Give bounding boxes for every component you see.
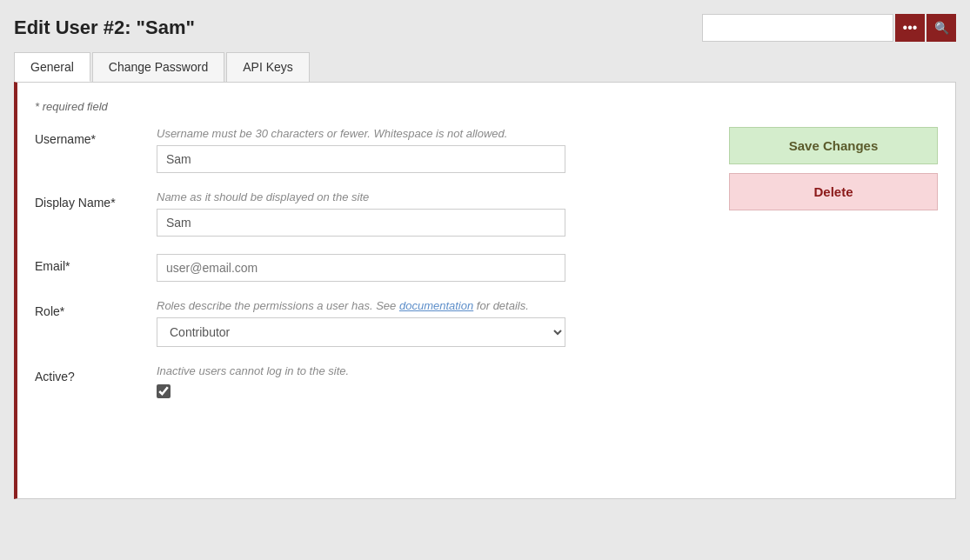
username-hint: Username must be 30 characters or fewer.… <box>157 127 712 140</box>
active-field-area: Inactive users cannot log in to the site… <box>157 364 712 398</box>
search-area: ••• 🔍 <box>702 14 956 42</box>
display-name-field-area: Name as it should be displayed on the si… <box>157 190 712 237</box>
search-icon: 🔍 <box>934 21 949 35</box>
top-bar: Edit User #2: "Sam" ••• 🔍 <box>14 14 956 42</box>
page-title: Edit User #2: "Sam" <box>14 17 195 39</box>
tab-change-password[interactable]: Change Password <box>92 52 224 82</box>
username-row: Username* Username must be 30 characters… <box>35 127 712 173</box>
active-label: Active? <box>35 364 157 383</box>
search-dots-button[interactable]: ••• <box>895 14 925 42</box>
email-field-area <box>157 254 712 282</box>
role-label: Role* <box>35 299 157 318</box>
form-layout: Username* Username must be 30 characters… <box>35 127 938 416</box>
tab-general[interactable]: General <box>14 52 90 82</box>
display-name-label: Display Name* <box>35 190 157 210</box>
email-input[interactable] <box>157 254 565 282</box>
display-name-row: Display Name* Name as it should be displ… <box>35 190 712 237</box>
email-row: Email* <box>35 254 712 282</box>
tab-api-keys[interactable]: API Keys <box>226 52 310 82</box>
username-label: Username* <box>35 127 157 146</box>
form-sidebar: Save Changes Delete <box>729 127 938 416</box>
active-row: Active? Inactive users cannot log in to … <box>35 364 712 398</box>
dots-icon: ••• <box>903 20 918 36</box>
display-name-input[interactable] <box>157 209 565 237</box>
documentation-link[interactable]: documentation <box>399 299 473 312</box>
display-name-hint: Name as it should be displayed on the si… <box>157 190 712 203</box>
role-select[interactable]: Contributor Administrator Editor Author … <box>157 317 565 347</box>
active-checkbox[interactable] <box>157 384 171 398</box>
username-field-area: Username must be 30 characters or fewer.… <box>157 127 712 173</box>
save-changes-button[interactable]: Save Changes <box>729 127 938 164</box>
active-description: Inactive users cannot log in to the site… <box>157 364 712 377</box>
role-field-area: Roles describe the permissions a user ha… <box>157 299 712 347</box>
required-note: * required field <box>35 100 938 113</box>
content-card: * required field Username* Username must… <box>14 82 956 499</box>
email-label: Email* <box>35 254 157 273</box>
delete-button[interactable]: Delete <box>729 173 938 210</box>
role-row: Role* Roles describe the permissions a u… <box>35 299 712 347</box>
search-input[interactable] <box>702 14 893 42</box>
active-checkbox-wrapper <box>157 384 712 398</box>
search-button[interactable]: 🔍 <box>927 14 956 42</box>
role-hint: Roles describe the permissions a user ha… <box>157 299 712 312</box>
form-main: Username* Username must be 30 characters… <box>35 127 712 416</box>
username-input[interactable] <box>157 145 565 173</box>
tab-bar: General Change Password API Keys <box>14 52 956 82</box>
